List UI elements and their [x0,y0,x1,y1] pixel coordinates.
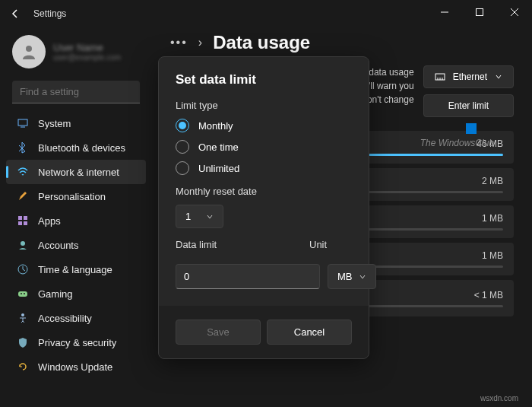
description-line: on't change [362,93,414,107]
back-button[interactable] [8,6,23,21]
sidebar-item-gaming[interactable]: Gaming [6,281,146,306]
sidebar-item-bluetooth[interactable]: Bluetooth & devices [6,135,146,160]
description-line: e'll warn you [362,79,414,93]
radio-icon [176,119,189,132]
time-icon [17,263,29,275]
svg-point-13 [24,293,25,294]
svg-rect-8 [24,221,27,225]
chevron-right-icon: › [198,36,202,49]
chevron-down-icon [359,273,366,281]
svg-rect-3 [18,119,27,126]
page-title: Data usage [213,32,310,53]
wifi-icon [17,166,29,178]
save-button[interactable]: Save [176,320,261,345]
minimize-button[interactable] [427,0,462,24]
reset-date-select[interactable]: 1 [176,205,223,228]
limit-type-label: Limit type [176,100,352,111]
watermark-url: wsxdn.com [480,394,518,402]
svg-point-14 [21,313,24,316]
svg-point-12 [21,293,22,294]
svg-point-9 [21,241,25,246]
window-title: Settings [33,8,66,19]
usage-value: 1 MB [482,213,503,224]
unit-label: Unit [309,239,352,250]
radio-icon [176,161,189,175]
sidebar-item-label: Windows Update [38,361,112,373]
radio-icon [176,140,189,154]
user-profile[interactable]: User Name user@example.com [6,32,146,78]
radio-one-time[interactable]: One time [176,140,352,154]
ethernet-dropdown[interactable]: Ethernet [423,65,514,88]
sidebar-item-apps[interactable]: Apps [6,208,146,233]
gaming-icon [17,288,29,300]
access-icon [17,312,29,324]
sidebar-item-label: Network & internet [38,167,119,178]
sidebar-item-time[interactable]: Time & language [6,257,146,281]
watermark: The WindowsClub [420,123,494,148]
user-email: user@example.com [53,53,121,62]
svg-rect-5 [18,216,22,220]
brush-icon [17,190,29,202]
sidebar-item-brush[interactable]: Personalisation [6,184,146,208]
close-button[interactable] [497,0,532,24]
search-input[interactable] [12,81,140,103]
apps-icon [17,215,29,227]
sidebar-item-label: System [38,118,71,129]
sidebar-item-system[interactable]: System [6,111,146,135]
description-line: k data usage [362,65,414,79]
sidebar: User Name user@example.com SystemBluetoo… [0,24,152,407]
privacy-icon [17,336,29,348]
usage-value: 2 MB [482,176,503,186]
update-icon [17,361,29,373]
enter-limit-button[interactable]: Enter limit [423,94,514,117]
sidebar-item-label: Apps [38,215,61,227]
system-icon [17,117,29,129]
sidebar-item-label: Bluetooth & devices [38,142,125,154]
chevron-down-icon [206,213,214,221]
svg-rect-11 [18,291,27,297]
svg-rect-1 [477,9,483,16]
account-icon [17,239,29,251]
radio-monthly[interactable]: Monthly [176,119,352,132]
ethernet-icon [435,72,445,82]
svg-rect-6 [24,216,27,220]
sidebar-item-access[interactable]: Accessibility [6,306,146,330]
dialog-title: Set data limit [176,72,352,87]
maximize-button[interactable] [462,0,497,24]
reset-date-label: Monthly reset date [176,186,352,197]
sidebar-item-label: Personalisation [38,191,106,202]
chevron-down-icon [495,73,502,81]
avatar [12,35,46,68]
usage-value: 1 MB [482,250,503,261]
sidebar-item-label: Time & language [38,264,112,275]
breadcrumb-more-icon[interactable]: ••• [170,36,188,49]
unit-select[interactable]: MB [328,264,376,289]
svg-point-2 [26,46,32,52]
bluetooth-icon [17,141,29,154]
data-limit-input[interactable] [176,264,320,289]
svg-rect-7 [18,221,22,225]
sidebar-item-wifi[interactable]: Network & internet [6,160,146,184]
data-limit-label: Data limit [176,239,302,250]
sidebar-item-label: Accessibility [38,313,92,324]
cancel-button[interactable]: Cancel [267,320,352,345]
sidebar-item-label: Gaming [38,288,73,300]
user-name: User Name [53,42,121,53]
sidebar-item-privacy[interactable]: Privacy & security [6,330,146,355]
sidebar-item-update[interactable]: Windows Update [6,355,146,379]
sidebar-item-label: Privacy & security [38,337,116,348]
set-data-limit-dialog: Set data limit Limit type Monthly One ti… [158,56,369,359]
radio-unlimited[interactable]: Unlimited [176,161,352,175]
sidebar-item-label: Accounts [38,240,78,251]
usage-value: < 1 MB [474,290,503,300]
sidebar-item-account[interactable]: Accounts [6,233,146,257]
